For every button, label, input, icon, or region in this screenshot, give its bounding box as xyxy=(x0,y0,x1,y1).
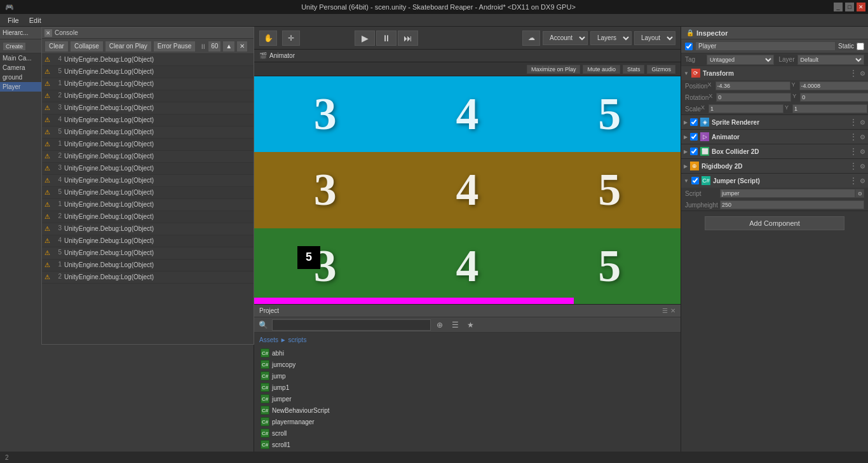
hand-tool-button[interactable]: ✋ xyxy=(259,31,277,46)
hierarchy-item-ground[interactable]: ground xyxy=(0,73,41,82)
lock-icon[interactable]: 🔒 xyxy=(686,29,694,36)
list-item[interactable]: ⚠1UnityEngine.Debug:Log(Object) xyxy=(42,139,254,151)
project-create-button[interactable]: ⊕ xyxy=(433,319,446,331)
list-item[interactable]: ⚠4UnityEngine.Debug:Log(Object) xyxy=(42,175,254,187)
gear-icon[interactable]: ⚙ xyxy=(860,119,865,126)
rotation-y-field[interactable] xyxy=(800,93,868,102)
script-reference-button[interactable]: ⊙ xyxy=(855,189,864,198)
hierarchy-item-maincamera[interactable]: Main Ca... xyxy=(0,53,41,63)
pause-button[interactable]: ⏸ xyxy=(376,31,397,46)
gear-icon[interactable]: ⚙ xyxy=(860,70,865,77)
script-item-jumcopy[interactable]: C# jumcopy xyxy=(257,359,678,370)
component-jumper-header[interactable]: ▼ C# Jumper (Script) ⋮ ⚙ xyxy=(681,174,868,188)
script-item-abhi[interactable]: C# abhi xyxy=(257,347,678,359)
list-item[interactable]: ⚠1UnityEngine.Debug:Log(Object) xyxy=(42,259,254,272)
animator-tab-label[interactable]: Animator xyxy=(269,52,295,59)
list-item[interactable]: ⚠5UnityEngine.Debug:Log(Object) xyxy=(42,247,254,259)
script-item-scroll1[interactable]: C# scroll1 xyxy=(257,439,678,450)
layers-dropdown[interactable]: Layers xyxy=(590,31,632,45)
breadcrumb-assets[interactable]: Assets xyxy=(259,336,278,343)
breadcrumb-scripts[interactable]: scripts xyxy=(288,336,306,343)
cloud-button[interactable]: ☁ xyxy=(522,31,540,46)
script-item-playermanager[interactable]: C# playermanager xyxy=(257,416,678,427)
move-tool-button[interactable]: ✛ xyxy=(282,31,300,46)
component-menu-icon[interactable]: ⋮ xyxy=(850,132,857,141)
stats-button[interactable]: Stats xyxy=(623,65,645,74)
component-menu-icon[interactable]: ⋮ xyxy=(850,162,857,170)
jumper-checkbox[interactable] xyxy=(691,177,699,184)
layout-dropdown[interactable]: Layout xyxy=(634,31,675,45)
script-item-scroll[interactable]: C# scroll xyxy=(257,427,678,439)
object-name-field[interactable] xyxy=(695,41,836,51)
static-checkbox[interactable] xyxy=(857,43,864,50)
component-sprite-renderer-header[interactable]: ▶ ◈ Sprite Renderer ⋮ ⚙ xyxy=(681,115,868,129)
console-clear-on-play-button[interactable]: Clear on Play xyxy=(105,41,152,52)
component-rigidbody-header[interactable]: ▶ ⊕ Rigidbody 2D ⋮ ⚙ xyxy=(681,159,868,173)
list-item[interactable]: ⚠5UnityEngine.Debug:Log(Object) xyxy=(42,127,254,139)
menu-edit[interactable]: Edit xyxy=(24,15,46,25)
console-clear-button[interactable]: Clear xyxy=(44,41,69,52)
rotation-x-field[interactable] xyxy=(716,93,791,102)
list-item[interactable]: ⚠3UnityEngine.Debug:Log(Object) xyxy=(42,163,254,175)
script-item-jump[interactable]: C# jump xyxy=(257,370,678,382)
jumpheight-field[interactable] xyxy=(720,200,864,209)
hierarchy-item-camera[interactable]: Camera xyxy=(0,63,41,73)
mute-audio-button[interactable]: Mute audio xyxy=(583,65,620,74)
list-item[interactable]: ⚠4UnityEngine.Debug:Log(Object) xyxy=(42,114,254,127)
object-active-checkbox[interactable] xyxy=(685,43,693,50)
maximize-on-play-button[interactable]: Maximize on Play xyxy=(527,65,581,74)
list-item[interactable]: ⚠2UnityEngine.Debug:Log(Object) xyxy=(42,90,254,102)
list-item[interactable]: ⚠5UnityEngine.Debug:Log(Object) xyxy=(42,66,254,78)
component-menu-icon[interactable]: ⋮ xyxy=(850,176,857,185)
box-collider-checkbox[interactable] xyxy=(690,148,698,155)
sprite-renderer-checkbox[interactable] xyxy=(690,118,698,126)
step-button[interactable]: ⏭ xyxy=(398,31,418,46)
list-item[interactable]: ⚠2UnityEngine.Debug:Log(Object) xyxy=(42,211,254,223)
tag-select[interactable]: Untagged xyxy=(707,55,774,65)
position-x-field[interactable] xyxy=(715,81,790,90)
list-item[interactable]: ⚠5UnityEngine.Debug:Log(Object) xyxy=(42,187,254,199)
script-item-newbehaviour[interactable]: C# NewBehaviourScript xyxy=(257,404,678,416)
project-search-input[interactable] xyxy=(272,319,431,331)
add-component-button[interactable]: Add Component xyxy=(705,216,844,230)
script-reference-field[interactable] xyxy=(720,189,855,198)
gizmos-button[interactable]: Gizmos xyxy=(647,65,675,74)
list-item[interactable]: ⚠2UnityEngine.Debug:Log(Object) xyxy=(42,272,254,284)
list-item[interactable]: ⚠1UnityEngine.Debug:Log(Object) xyxy=(42,199,254,211)
hierarchy-create-button[interactable]: Create xyxy=(3,42,26,51)
console-error-pause-button[interactable]: Error Pause xyxy=(153,41,196,52)
list-item[interactable]: ⚠4UnityEngine.Debug:Log(Object) xyxy=(42,235,254,247)
animator-checkbox[interactable] xyxy=(690,133,698,141)
component-menu-icon[interactable]: ⋮ xyxy=(850,147,857,156)
gear-icon[interactable]: ⚙ xyxy=(860,163,865,170)
component-transform-header[interactable]: ▼ ⟳ Transform ⋮ ⚙ xyxy=(681,66,868,80)
gear-icon[interactable]: ⚙ xyxy=(860,177,865,184)
project-options-button[interactable]: ★ xyxy=(464,319,477,331)
list-item[interactable]: ⚠4UnityEngine.Debug:Log(Object) xyxy=(42,54,254,66)
project-menu-icon[interactable]: ☰ xyxy=(662,307,668,314)
play-button[interactable]: ▶ xyxy=(355,31,375,46)
project-filter-button[interactable]: ☰ xyxy=(449,319,461,331)
gear-icon[interactable]: ⚙ xyxy=(860,148,865,155)
script-item-jumper[interactable]: C# jumper xyxy=(257,393,678,404)
component-box-collider-header[interactable]: ▶ ⬜ Box Collider 2D ⋮ ⚙ xyxy=(681,144,868,158)
console-close-button[interactable]: ✕ xyxy=(44,29,52,37)
layer-select[interactable]: Default xyxy=(797,55,865,65)
minimize-button[interactable]: _ xyxy=(834,3,843,11)
list-item[interactable]: ⚠3UnityEngine.Debug:Log(Object) xyxy=(42,223,254,235)
position-y-field[interactable] xyxy=(799,81,868,90)
project-search-icon[interactable]: 🔍 xyxy=(257,319,269,331)
hierarchy-item-player[interactable]: Player xyxy=(0,82,41,92)
scale-y-field[interactable] xyxy=(792,104,867,113)
component-menu-icon[interactable]: ⋮ xyxy=(850,118,857,127)
component-animator-header[interactable]: ▶ ▷ Animator ⋮ ⚙ xyxy=(681,130,868,144)
list-item[interactable]: ⚠3UnityEngine.Debug:Log(Object) xyxy=(42,102,254,114)
gear-icon[interactable]: ⚙ xyxy=(860,134,865,141)
list-item[interactable]: ⚠1UnityEngine.Debug:Log(Object) xyxy=(42,78,254,90)
maximize-button[interactable]: □ xyxy=(845,3,854,11)
scale-x-field[interactable] xyxy=(709,104,783,113)
console-collapse-button[interactable]: Collapse xyxy=(70,41,104,52)
project-close-icon[interactable]: ✕ xyxy=(670,307,675,314)
close-button[interactable]: ✕ xyxy=(857,3,865,11)
list-item[interactable]: ⚠2UnityEngine.Debug:Log(Object) xyxy=(42,151,254,163)
